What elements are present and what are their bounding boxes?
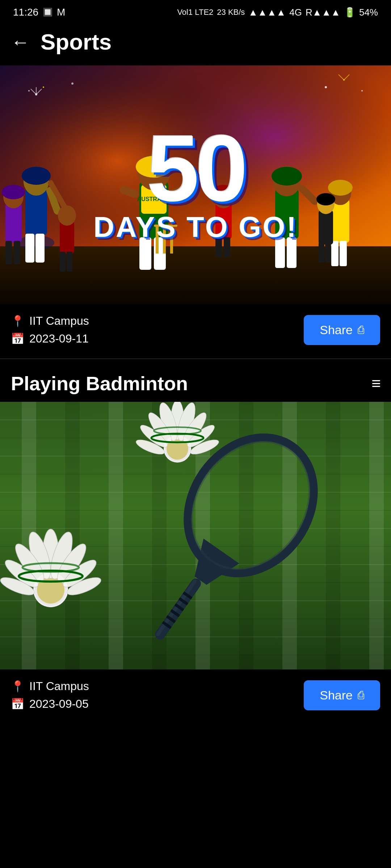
svg-rect-65 (319, 243, 324, 263)
post-meta-cricket: 📍 IIT Campus 📅 2023-09-11 (11, 314, 89, 345)
date-text-1: 2023-09-11 (29, 332, 89, 345)
days-number: 50 (93, 126, 298, 210)
share-label-1: Share (320, 323, 353, 337)
location-row-1: 📍 IIT Campus (11, 314, 89, 328)
calendar-icon-2: 📅 (11, 698, 24, 710)
svg-rect-48 (340, 241, 347, 266)
svg-point-6 (28, 90, 30, 92)
svg-point-46 (328, 180, 353, 196)
date-row-2: 📅 2023-09-05 (11, 697, 89, 711)
battery-icon: 🔋 (344, 7, 356, 18)
svg-rect-58 (60, 221, 74, 254)
svg-rect-62 (319, 210, 333, 244)
days-label: DAYS TO GO! (93, 210, 298, 244)
back-button[interactable]: ← (11, 31, 30, 53)
location-icon-1: 📍 (11, 315, 24, 327)
date-row-1: 📅 2023-09-11 (11, 332, 89, 345)
status-bar: 11:26 🔲 M Vol1 LTE2 23 KB/s ▲▲▲▲ 4G R▲▲▲… (0, 0, 391, 22)
svg-point-41 (2, 185, 25, 199)
svg-point-19 (22, 167, 51, 185)
svg-point-59 (58, 205, 76, 226)
post-image-cricket: AUSTRALIA (0, 65, 391, 304)
location-text-1: IIT Campus (29, 314, 89, 328)
svg-point-8 (325, 86, 327, 88)
svg-rect-60 (60, 252, 66, 272)
share-icon-2: ⎙ (358, 689, 364, 701)
post-card-cricket: AUSTRALIA (0, 65, 391, 356)
svg-rect-43 (14, 241, 20, 264)
page-title: Sports (41, 29, 112, 55)
badminton-image-bg (0, 402, 391, 669)
cricket-image-bg: AUSTRALIA (0, 65, 391, 304)
post-meta-badminton: 📍 IIT Campus 📅 2023-09-05 (11, 680, 89, 711)
svg-rect-42 (5, 241, 12, 264)
svg-point-7 (71, 82, 73, 85)
badminton-svg (0, 402, 391, 669)
svg-point-5 (43, 86, 44, 88)
network-type: 4G (289, 7, 302, 18)
signal-icon: ▲▲▲▲ (248, 7, 286, 18)
share-label-2: Share (320, 688, 353, 702)
post-title-badminton: Playing Badminton (11, 372, 188, 395)
status-right: Vol1 LTE2 23 KB/s ▲▲▲▲ 4G R▲▲▲ 🔋 54% (177, 7, 378, 18)
svg-point-10 (361, 90, 363, 92)
roaming-signal-icon: R▲▲▲ (306, 7, 340, 18)
svg-point-64 (316, 193, 335, 205)
location-row-2: 📍 IIT Campus (11, 680, 89, 693)
post-footer-cricket: 📍 IIT Campus 📅 2023-09-11 Share ⎙ (0, 304, 391, 356)
time-display: 11:26 (13, 7, 38, 18)
lte-indicator: Vol1 LTE2 (177, 8, 213, 17)
svg-rect-66 (325, 243, 331, 263)
calendar-icon-1: 📅 (11, 332, 24, 345)
svg-rect-20 (25, 234, 34, 263)
battery-percent: 54% (359, 7, 378, 18)
share-icon-1: ⎙ (358, 324, 364, 336)
post-title-row-badminton: Playing Badminton ≡ (0, 359, 391, 402)
svg-rect-39 (5, 203, 22, 243)
menu-button-badminton[interactable]: ≡ (371, 374, 380, 392)
network-speed: 23 KB/s (217, 8, 245, 17)
page-header: ← Sports (0, 22, 391, 65)
post-image-badminton (0, 402, 391, 669)
location-icon-2: 📍 (11, 680, 24, 693)
location-text-2: IIT Campus (29, 680, 89, 693)
share-button-2[interactable]: Share ⎙ (304, 680, 380, 710)
email-icon: M (57, 7, 65, 18)
date-text-2: 2023-09-05 (29, 697, 89, 711)
svg-rect-47 (331, 241, 339, 266)
post-card-badminton: Playing Badminton ≡ (0, 359, 391, 721)
svg-rect-61 (67, 252, 72, 272)
post-footer-badminton: 📍 IIT Campus 📅 2023-09-05 Share ⎙ (0, 669, 391, 721)
status-left: 11:26 🔲 M (13, 7, 65, 18)
days-to-go-overlay: 50 DAYS TO GO! (93, 126, 298, 244)
share-button-1[interactable]: Share ⎙ (304, 315, 380, 345)
carrier-icon: 🔲 (43, 8, 52, 17)
svg-rect-21 (35, 234, 45, 263)
